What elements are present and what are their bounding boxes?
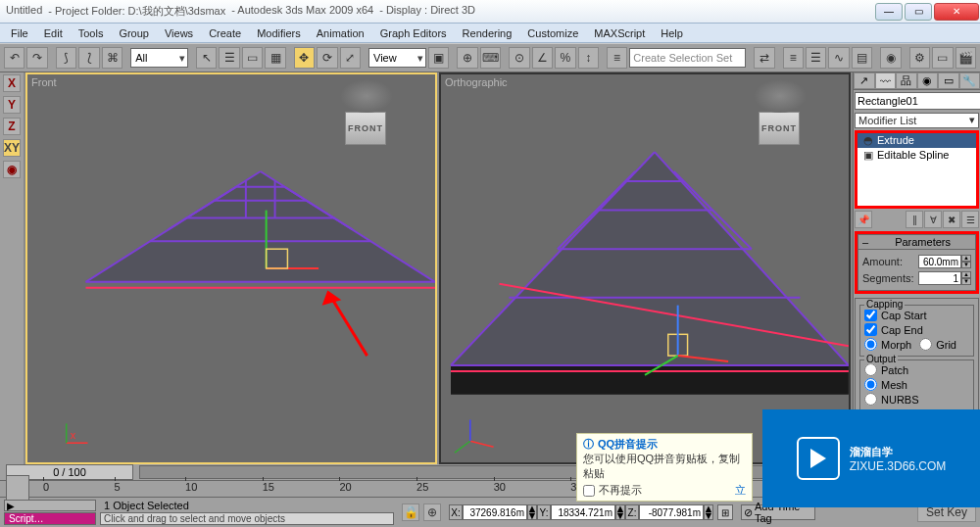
- menu-file[interactable]: File: [4, 25, 35, 41]
- modifier-extrude[interactable]: ◓ Extrude: [858, 133, 976, 148]
- y-spin[interactable]: ▲▼: [615, 504, 625, 520]
- select-manipulate-button[interactable]: ⊕: [457, 47, 477, 69]
- snap-toggle-button[interactable]: ⊙: [509, 47, 529, 69]
- menu-maxscript[interactable]: MAXScript: [587, 25, 652, 41]
- dont-show-checkbox[interactable]: [583, 485, 595, 497]
- percent-snap-button[interactable]: %: [555, 47, 575, 69]
- render-button[interactable]: 🎬: [956, 47, 976, 69]
- window-crossing-button[interactable]: ▦: [265, 47, 285, 69]
- named-selset-input[interactable]: Create Selection Set: [629, 48, 746, 68]
- utilities-tab[interactable]: 🔧: [959, 72, 981, 89]
- menu-animation[interactable]: Animation: [310, 25, 371, 41]
- menu-modifiers[interactable]: Modifiers: [250, 25, 308, 41]
- schematic-view-button[interactable]: ▤: [852, 47, 872, 69]
- menu-customize[interactable]: Customize: [520, 25, 585, 41]
- popup-go-link[interactable]: 立: [735, 483, 746, 498]
- remove-modifier-button[interactable]: ✖: [943, 211, 960, 228]
- spinner-snap-button[interactable]: ↕: [578, 47, 599, 69]
- segments-label: Segments:: [862, 272, 914, 284]
- x-value[interactable]: 37269.816m: [463, 504, 527, 520]
- menu-graph-editors[interactable]: Graph Editors: [373, 25, 454, 41]
- app-name: - Autodesk 3ds Max 2009 x64: [231, 4, 373, 19]
- link-button[interactable]: ⟆: [56, 47, 76, 69]
- cap-end-checkbox[interactable]: [864, 323, 877, 336]
- rect-select-button[interactable]: ▭: [242, 47, 263, 69]
- amount-spinner[interactable]: ▲▼: [918, 255, 971, 268]
- minimize-button[interactable]: —: [875, 3, 903, 21]
- nurbs-radio[interactable]: [864, 393, 877, 406]
- redo-button[interactable]: ↷: [26, 47, 47, 69]
- modifier-stack[interactable]: ◓ Extrude ▣ Editable Spline: [855, 130, 979, 209]
- material-editor-button[interactable]: ◉: [880, 47, 901, 69]
- motion-tab[interactable]: ◉: [917, 72, 939, 89]
- viewport-ortho-label: Orthographic: [445, 76, 508, 88]
- select-button[interactable]: ↖: [196, 47, 217, 69]
- z-axis-button[interactable]: Z: [3, 118, 21, 135]
- menu-create[interactable]: Create: [202, 25, 248, 41]
- unlink-button[interactable]: ⟅: [78, 47, 99, 69]
- x-spin[interactable]: ▲▼: [527, 504, 537, 520]
- pin-stack-button[interactable]: 📌: [855, 211, 872, 228]
- modifier-editable-spline[interactable]: ▣ Editable Spline: [858, 148, 976, 163]
- segments-spinner[interactable]: ▲▼: [918, 271, 971, 285]
- select-by-name-button[interactable]: ☰: [219, 47, 239, 69]
- lock-axis-button[interactable]: ◉: [3, 161, 21, 178]
- expand-icon: ▣: [863, 149, 873, 162]
- morph-radio[interactable]: [864, 338, 877, 351]
- render-setup-button[interactable]: ⚙: [909, 47, 930, 69]
- close-button[interactable]: ✕: [934, 3, 979, 21]
- menu-rendering[interactable]: Rendering: [456, 25, 519, 41]
- y-value[interactable]: 18334.721m: [551, 504, 615, 520]
- menu-group[interactable]: Group: [112, 25, 156, 41]
- script-button[interactable]: Script…: [4, 512, 96, 525]
- grid-radio[interactable]: [919, 338, 932, 351]
- modifier-list-dropdown[interactable]: Modifier List: [855, 113, 979, 127]
- menu-help[interactable]: Help: [654, 25, 690, 41]
- rendered-frame-button[interactable]: ▭: [932, 47, 953, 69]
- menu-tools[interactable]: Tools: [72, 25, 111, 41]
- rollout-parameters-header[interactable]: – Parameters: [858, 234, 976, 250]
- modify-tab[interactable]: 〰: [875, 72, 897, 89]
- maxscript-mini[interactable]: ▶: [4, 500, 96, 511]
- object-name-input[interactable]: [855, 92, 980, 110]
- layers-button[interactable]: ☰: [806, 47, 826, 69]
- selection-filter-dropdown[interactable]: All: [130, 48, 188, 68]
- grid-icon[interactable]: ⊞: [717, 504, 733, 520]
- maximize-button[interactable]: ▭: [905, 3, 932, 21]
- menu-views[interactable]: Views: [158, 25, 200, 41]
- undo-button[interactable]: ↶: [4, 47, 24, 69]
- viewport-ortho[interactable]: Orthographic FRONT: [439, 72, 851, 464]
- keyboard-shortcut-button[interactable]: ⌨: [480, 47, 501, 69]
- y-axis-button[interactable]: Y: [3, 96, 21, 114]
- x-axis-button[interactable]: X: [3, 74, 21, 92]
- patch-radio[interactable]: [864, 363, 877, 376]
- curve-editor-button[interactable]: ∿: [828, 47, 849, 69]
- abs-rel-toggle[interactable]: ⊕: [423, 503, 441, 521]
- mirror-button[interactable]: ⇄: [754, 47, 774, 69]
- show-end-result-button[interactable]: ‖: [906, 211, 923, 228]
- pivot-button[interactable]: ▣: [428, 47, 449, 69]
- trackbar-toggle[interactable]: [6, 475, 29, 501]
- named-selset-icon[interactable]: ≡: [607, 47, 627, 69]
- create-tab[interactable]: ↗: [854, 72, 875, 89]
- main-toolbar: ↶ ↷ ⟆ ⟅ ⌘ All ↖ ☰ ▭ ▦ ✥ ⟳ ⤢ View ▣ ⊕ ⌨ ⊙…: [0, 43, 980, 72]
- lock-selection-button[interactable]: 🔒: [402, 503, 419, 521]
- configure-sets-button[interactable]: ☰: [961, 211, 979, 228]
- angle-snap-button[interactable]: ∠: [532, 47, 553, 69]
- bind-button[interactable]: ⌘: [102, 47, 122, 69]
- z-spin[interactable]: ▲▼: [704, 504, 713, 520]
- cap-start-checkbox[interactable]: [864, 309, 877, 321]
- rotate-button[interactable]: ⟳: [317, 47, 337, 69]
- scale-button[interactable]: ⤢: [340, 47, 361, 69]
- xy-axis-button[interactable]: XY: [3, 139, 21, 157]
- move-button[interactable]: ✥: [294, 47, 315, 69]
- viewport-front[interactable]: Front FRONT x: [25, 72, 437, 464]
- hierarchy-tab[interactable]: 品: [896, 72, 917, 89]
- align-button[interactable]: ≡: [783, 47, 804, 69]
- refcoord-dropdown[interactable]: View: [368, 48, 426, 68]
- make-unique-button[interactable]: ∀: [924, 211, 942, 228]
- menu-edit[interactable]: Edit: [37, 25, 70, 41]
- display-tab[interactable]: ▭: [938, 72, 959, 89]
- mesh-radio[interactable]: [864, 378, 877, 391]
- z-value[interactable]: -8077.981m: [639, 504, 704, 520]
